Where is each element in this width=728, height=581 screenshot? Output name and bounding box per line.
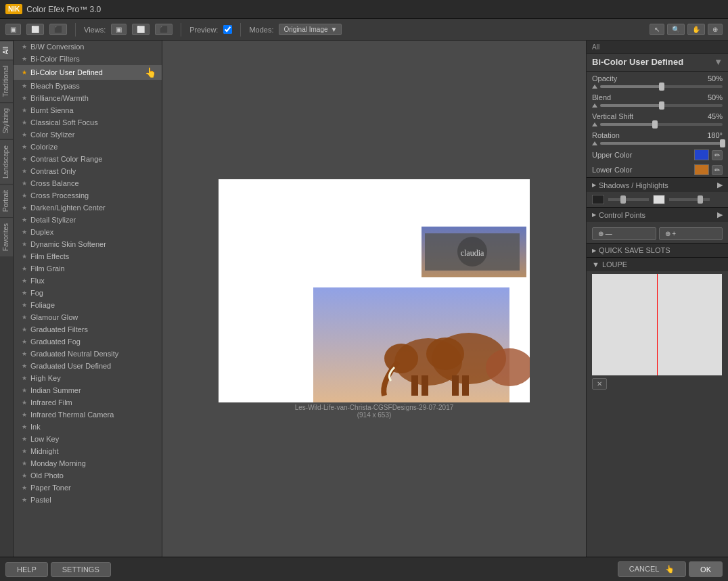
tool-extra[interactable]: ⊕ (708, 24, 723, 35)
filter-star[interactable]: ★ (22, 472, 27, 479)
tab-all[interactable]: All (0, 41, 13, 60)
filter-item[interactable]: ★ Infrared Thermal Camera (14, 409, 162, 421)
filter-item[interactable]: ★ Dynamic Skin Softener (14, 238, 162, 250)
filter-star[interactable]: ★ (22, 131, 27, 138)
filter-star[interactable]: ★ (22, 83, 27, 89)
modes-dropdown[interactable]: Original Image ▼ (279, 24, 342, 35)
filter-star[interactable]: ★ (22, 411, 27, 418)
view-split-btn[interactable]: ⬜ (26, 24, 44, 35)
sh-knob2[interactable] (698, 195, 703, 204)
filter-star[interactable]: ★ (22, 289, 27, 296)
filter-item[interactable]: ★ Glamour Glow (14, 311, 162, 323)
filter-star[interactable]: ★ (22, 253, 27, 260)
filter-item[interactable]: ★ Colorize (14, 141, 162, 153)
filter-item[interactable]: ★ Bi-Color User Defined 👆 (14, 65, 162, 80)
filter-item[interactable]: ★ Darken/Lighten Center (14, 202, 162, 214)
view-single-btn[interactable]: ▣ (5, 24, 21, 35)
filter-star[interactable]: ★ (22, 241, 27, 248)
filter-item[interactable]: ★ Fog (14, 287, 162, 299)
filter-item[interactable]: ★ Pastel (14, 494, 162, 506)
filter-item[interactable]: ★ Film Grain (14, 262, 162, 275)
sh-slider[interactable] (608, 198, 649, 201)
filter-star[interactable]: ★ (22, 143, 27, 150)
filter-item[interactable]: ★ Graduated Filters (14, 323, 162, 335)
shadows-highlights-section[interactable]: ▶ Shadows / Highlights ▶ (587, 177, 728, 192)
preview-checkbox[interactable] (223, 25, 232, 34)
control-points-section[interactable]: ▶ Control Points ▶ (587, 207, 728, 222)
filter-item[interactable]: ★ Film Effects (14, 250, 162, 262)
view-btn-3[interactable]: ⬛ (155, 24, 173, 35)
filter-item[interactable]: ★ Paper Toner (14, 482, 162, 494)
filter-item[interactable]: ★ Ink (14, 421, 162, 433)
filter-star[interactable]: ★ (22, 314, 27, 321)
loupe-close-btn[interactable]: ✕ (592, 378, 607, 390)
view-side-btn[interactable]: ⬛ (49, 24, 67, 35)
filter-item[interactable]: ★ Graduated User Defined (14, 360, 162, 372)
filter-item[interactable]: ★ Brilliance/Warmth (14, 92, 162, 104)
help-button[interactable]: HELP (5, 562, 48, 577)
tool-zoom[interactable]: 🔍 (667, 24, 685, 35)
ctrl-slider-track[interactable] (600, 104, 723, 107)
sh-expand[interactable]: ▶ (717, 181, 723, 189)
filter-item[interactable]: ★ Classical Soft Focus (14, 116, 162, 129)
tab-portrait[interactable]: Portrait (0, 184, 13, 217)
filter-item[interactable]: ★ Old Photo (14, 469, 162, 482)
settings-button[interactable]: SETTINGS (51, 562, 111, 577)
tab-landscape[interactable]: Landscape (0, 139, 13, 184)
filter-item[interactable]: ★ Cross Processing (14, 189, 162, 202)
filter-star[interactable]: ★ (22, 387, 27, 394)
ctrl-slider-knob[interactable] (652, 120, 658, 129)
filter-star[interactable]: ★ (22, 423, 27, 430)
filter-item[interactable]: ★ Detail Stylizer (14, 214, 162, 226)
ctrl-slider-track[interactable] (600, 85, 723, 88)
ctrl-slider-track[interactable] (600, 123, 723, 126)
filter-star[interactable]: ★ (22, 55, 27, 62)
filter-item[interactable]: ★ Color Stylizer (14, 129, 162, 141)
filter-item[interactable]: ★ Monday Morning (14, 457, 162, 469)
tab-stylizing[interactable]: Stylizing (0, 102, 13, 139)
sh-slider2[interactable] (669, 198, 710, 201)
filter-item[interactable]: ★ Burnt Sienna (14, 104, 162, 116)
filter-item[interactable]: ★ Midnight (14, 445, 162, 457)
filter-star[interactable]: ★ (22, 69, 27, 76)
sh-knob[interactable] (620, 195, 626, 204)
filter-item[interactable]: ★ Contrast Color Range (14, 153, 162, 165)
loupe-header[interactable]: ▼ LOUPE (587, 257, 728, 271)
filter-star[interactable]: ★ (22, 43, 27, 50)
lower-color-edit[interactable]: ✏ (712, 165, 723, 175)
ctrl-slider-knob[interactable] (659, 83, 664, 91)
panel-collapse-btn[interactable]: ▼ (714, 57, 723, 67)
tab-favorites[interactable]: Favorites (0, 217, 13, 256)
view-btn-2[interactable]: ⬜ (132, 24, 150, 35)
ok-button[interactable]: OK (689, 561, 723, 577)
cp-add-minus[interactable]: ⊕ — (592, 227, 656, 240)
filter-star[interactable]: ★ (22, 326, 27, 333)
filter-item[interactable]: ★ Indian Summer (14, 384, 162, 396)
filter-star[interactable]: ★ (22, 95, 27, 101)
filter-star[interactable]: ★ (22, 119, 27, 126)
filter-star[interactable]: ★ (22, 265, 27, 272)
upper-color-edit[interactable]: ✏ (712, 150, 723, 160)
filter-star[interactable]: ★ (22, 229, 27, 235)
filter-star[interactable]: ★ (22, 277, 27, 284)
tool-pan[interactable]: ✋ (687, 24, 705, 35)
filter-star[interactable]: ★ (22, 448, 27, 455)
filter-star[interactable]: ★ (22, 156, 27, 162)
filter-star[interactable]: ★ (22, 399, 27, 406)
lower-color-swatch[interactable] (694, 164, 709, 175)
filter-star[interactable]: ★ (22, 302, 27, 308)
filter-item[interactable]: ★ Bleach Bypass (14, 80, 162, 92)
filter-item[interactable]: ★ Infrared Film (14, 396, 162, 409)
filter-star[interactable]: ★ (22, 192, 27, 199)
tab-traditional[interactable]: Traditional (0, 60, 13, 102)
quick-save-section[interactable]: ▶ QUICK SAVE SLOTS (587, 243, 728, 257)
filter-star[interactable]: ★ (22, 216, 27, 223)
filter-item[interactable]: ★ Graduated Neutral Density (14, 348, 162, 360)
ctrl-slider-knob[interactable] (720, 139, 725, 147)
filter-item[interactable]: ★ Flux (14, 275, 162, 287)
filter-star[interactable]: ★ (22, 484, 27, 491)
filter-star[interactable]: ★ (22, 460, 27, 467)
upper-color-swatch[interactable] (694, 149, 709, 160)
tool-arrow[interactable]: ↖ (650, 24, 664, 35)
cancel-button[interactable]: CANCEL 👆 (618, 561, 686, 577)
